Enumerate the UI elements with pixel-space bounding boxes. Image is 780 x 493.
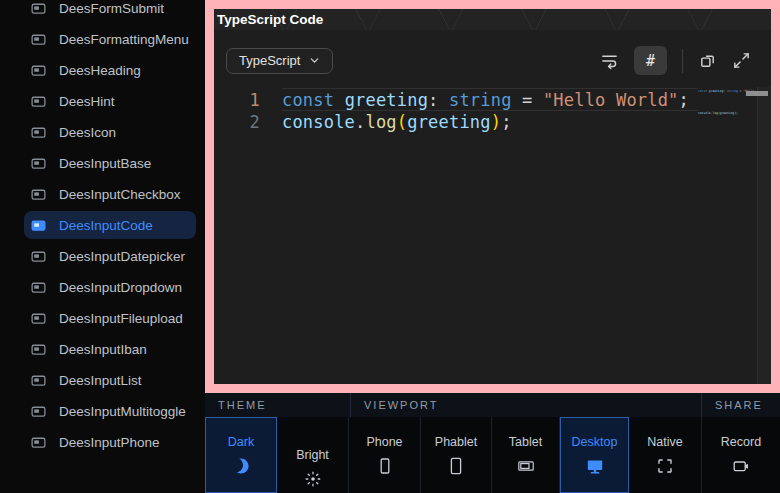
sidebar-item-label: DeesHeading <box>59 63 141 78</box>
code-lines: 1const greeting: string = "Hello World";… <box>214 89 771 133</box>
demo-title: TypeScript Code <box>217 12 323 27</box>
viewport-desktop-button[interactable]: Desktop <box>560 417 629 493</box>
moon-icon <box>231 456 251 476</box>
controls-section-headers: THEME VIEWPORT SHARE <box>205 393 780 417</box>
viewport-desktop-label: Desktop <box>572 435 618 449</box>
code-text: const greeting: string = "Hello World"; <box>282 89 689 111</box>
code-editor[interactable]: 1const greeting: string = "Hello World";… <box>214 87 771 387</box>
sidebar-item-DeesFormattingMenu[interactable]: DeesFormattingMenu <box>24 25 196 53</box>
tablet-icon <box>516 456 536 476</box>
code-panel-toolbar: TypeScript # <box>214 30 771 87</box>
share-record-button[interactable]: Record <box>702 417 780 493</box>
component-icon <box>30 248 47 265</box>
line-number[interactable]: 1 <box>214 89 282 111</box>
sidebar-item-label: DeesInputIban <box>59 342 147 357</box>
sidebar-item-DeesInputIban[interactable]: DeesInputIban <box>24 335 196 363</box>
fullscreen-button[interactable] <box>732 51 751 70</box>
viewport-tablet-label: Tablet <box>509 435 542 449</box>
sidebar-item-label: DeesInputCheckbox <box>59 187 181 202</box>
demo-area: TypeScript Code TypeScript # <box>214 9 771 384</box>
theme-dark-button[interactable]: Dark <box>205 417 277 493</box>
component-icon <box>30 434 47 451</box>
code-line[interactable]: 2console.log(greeting); <box>214 111 771 133</box>
sidebar-item-DeesInputCode[interactable]: DeesInputCode <box>24 211 196 239</box>
component-icon <box>30 310 47 327</box>
theme-section-label: THEME <box>205 393 351 417</box>
component-list: DeesFormSubmit DeesFormattingMenu DeesHe… <box>24 0 196 459</box>
viewport-tablet-button[interactable]: Tablet <box>492 417 560 493</box>
theme-bright-label: Bright <box>296 448 329 462</box>
sidebar-item-DeesInputPhone[interactable]: DeesInputPhone <box>24 428 196 456</box>
copy-icon <box>698 51 717 70</box>
sidebar-item-label: DeesFormattingMenu <box>59 32 189 47</box>
sidebar-item-DeesInputDropdown[interactable]: DeesInputDropdown <box>24 273 196 301</box>
phablet-icon <box>446 456 466 476</box>
sidebar-item-label: DeesInputBase <box>59 156 151 171</box>
viewport-phablet-label: Phablet <box>435 435 477 449</box>
viewport-native-button[interactable]: Native <box>629 417 702 493</box>
component-icon <box>30 155 47 172</box>
sidebar-item-DeesFormSubmit[interactable]: DeesFormSubmit <box>24 0 196 22</box>
minimap[interactable]: const greeting: string = "Hello World";c… <box>698 87 756 387</box>
line-number[interactable]: 2 <box>214 111 282 133</box>
component-icon <box>30 124 47 141</box>
sidebar-item-DeesInputCheckbox[interactable]: DeesInputCheckbox <box>24 180 196 208</box>
phone-icon <box>375 456 395 476</box>
sidebar-item-label: DeesHint <box>59 94 115 109</box>
share-section-label: SHARE <box>702 393 780 417</box>
sidebar-item-DeesHeading[interactable]: DeesHeading <box>24 56 196 84</box>
component-icon <box>30 31 47 48</box>
sidebar-item-label: DeesIcon <box>59 125 116 140</box>
sidebar-item-DeesHint[interactable]: DeesHint <box>24 87 196 115</box>
chevron-down-icon <box>309 55 320 66</box>
component-icon <box>30 62 47 79</box>
theme-bright-button[interactable]: Bright <box>277 417 349 493</box>
editor-scrollbar-slider[interactable] <box>746 91 768 96</box>
sidebar-item-label: DeesInputDatepicker <box>59 249 185 264</box>
code-text: console.log(greeting); <box>698 111 738 133</box>
story-controls-bar: THEME VIEWPORT SHARE Dark Bright <box>205 393 780 493</box>
native-frame-icon <box>655 456 675 476</box>
sidebar-item-DeesInputMultitoggle[interactable]: DeesInputMultitoggle <box>24 397 196 425</box>
language-dropdown[interactable]: TypeScript <box>226 48 333 74</box>
component-icon <box>30 0 47 17</box>
sidebar-item-DeesInputDatepicker[interactable]: DeesInputDatepicker <box>24 242 196 270</box>
story-frame: TypeScript Code TypeScript # <box>205 0 780 393</box>
viewport-phablet-button[interactable]: Phablet <box>421 417 492 493</box>
sun-icon <box>303 469 323 489</box>
sidebar-item-label: DeesInputCode <box>59 218 153 233</box>
component-icon <box>30 279 47 296</box>
code-line[interactable]: 1const greeting: string = "Hello World"; <box>214 89 771 111</box>
viewport-section-label: VIEWPORT <box>351 393 702 417</box>
editor-scrollbar-track[interactable] <box>757 87 771 387</box>
share-record-label: Record <box>721 435 761 449</box>
code-panel: TypeScript # <box>214 30 771 384</box>
expand-icon <box>732 51 751 70</box>
viewport-native-label: Native <box>647 435 682 449</box>
line-numbers-toggle[interactable]: # <box>634 46 667 75</box>
viewport-phone-button[interactable]: Phone <box>349 417 421 493</box>
controls-buttons: Dark Bright Phone Phablet <box>205 417 780 493</box>
word-wrap-button[interactable] <box>600 51 619 70</box>
component-icon <box>30 403 47 420</box>
record-camera-icon <box>731 456 751 476</box>
copy-button[interactable] <box>698 51 717 70</box>
sidebar-item-DeesInputBase[interactable]: DeesInputBase <box>24 149 196 177</box>
theme-dark-label: Dark <box>228 435 254 449</box>
sidebar-item-DeesIcon[interactable]: DeesIcon <box>24 118 196 146</box>
code-text: console.log(greeting); <box>282 111 512 133</box>
component-icon <box>30 372 47 389</box>
hash-icon: # <box>646 52 655 70</box>
desktop-icon <box>585 456 605 476</box>
app-window: DeesFormSubmit DeesFormattingMenu DeesHe… <box>0 0 780 493</box>
component-icon <box>30 217 47 234</box>
sidebar-item-DeesInputFileupload[interactable]: DeesInputFileupload <box>24 304 196 332</box>
viewport-phone-label: Phone <box>366 435 402 449</box>
sidebar-item-DeesInputList[interactable]: DeesInputList <box>24 366 196 394</box>
minimap-line: console.log(greeting); <box>698 111 756 133</box>
component-icon <box>30 93 47 110</box>
word-wrap-icon <box>600 51 619 70</box>
component-icon <box>30 341 47 358</box>
component-icon <box>30 186 47 203</box>
sidebar-item-label: DeesInputList <box>59 373 142 388</box>
